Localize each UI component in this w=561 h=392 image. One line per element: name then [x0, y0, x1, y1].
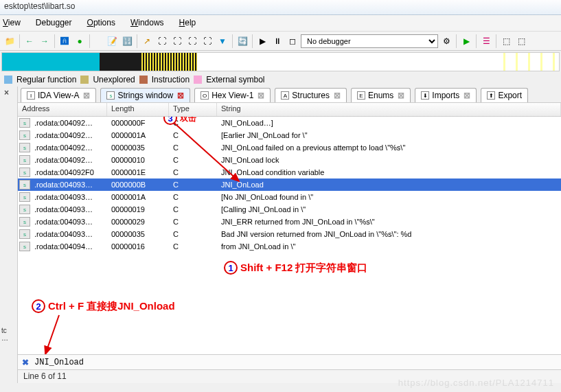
- nav2-icon[interactable]: ⛶: [170, 34, 184, 48]
- binary-icon[interactable]: 🔢: [120, 34, 134, 48]
- table-row[interactable]: s .rodata:004094… 00000016 C from JNI_On…: [18, 240, 561, 253]
- menu-windows[interactable]: Windows: [128, 16, 167, 30]
- pause-icon[interactable]: ⏸: [271, 34, 284, 48]
- table-row[interactable]: s .rodata:004093… 00000035 C Bad JNI ver…: [18, 228, 561, 240]
- navigation-band[interactable]: [1, 52, 560, 71]
- stop-icon[interactable]: ◻: [286, 34, 299, 48]
- col-length[interactable]: Length: [107, 103, 169, 116]
- menu-bar: View Debugger Options Windows Help: [0, 15, 561, 32]
- string-icon: s: [19, 242, 30, 251]
- tab-close-icon[interactable]: ⊠: [463, 91, 470, 100]
- debugger-select[interactable]: No debugger: [301, 34, 438, 48]
- tab-bar: I IDA View-A ⊠ s Strings window ⊠ O Hex …: [18, 87, 561, 103]
- tab-close-icon[interactable]: ⊠: [177, 91, 184, 100]
- tool-a-icon[interactable]: 🅰: [58, 34, 71, 48]
- string-icon: s: [19, 205, 30, 214]
- tab-close-icon[interactable]: ⊠: [83, 91, 90, 100]
- string-icon: s: [19, 180, 30, 189]
- enums-icon: E: [357, 91, 365, 100]
- string-icon: s: [19, 143, 30, 152]
- annotation-2: 2Ctrl + F 直接搜JNI_Onload: [32, 299, 175, 313]
- tab-structures[interactable]: A Structures ⊠: [275, 88, 347, 102]
- jump-icon[interactable]: ↗: [140, 34, 154, 48]
- refresh-icon[interactable]: 🔄: [236, 34, 249, 48]
- strings-list[interactable]: s .rodata:004092… 0000000F C JNI_OnLoad……: [18, 117, 561, 354]
- table-row[interactable]: s .rodata:004092… 00000010 C JNI_OnLoad …: [18, 154, 561, 166]
- tab-ida-view[interactable]: I IDA View-A ⊠: [21, 88, 96, 102]
- table-row[interactable]: s .rodata:004092F0 0000001E C JNI_OnLoad…: [18, 166, 561, 178]
- struct2-icon[interactable]: ⬚: [514, 34, 528, 48]
- text-icon[interactable]: 📝: [105, 34, 119, 48]
- tab-close-icon[interactable]: ⊠: [398, 91, 404, 100]
- menu-view[interactable]: View: [0, 16, 23, 30]
- col-type[interactable]: Type: [169, 103, 217, 116]
- table-row[interactable]: s .rodata:004093… 0000001A C [No JNI_OnL…: [18, 191, 561, 203]
- struct-tab-icon: A: [281, 91, 289, 100]
- table-row[interactable]: s .rodata:004092… 0000000F C JNI_OnLoad……: [18, 117, 561, 129]
- nav4-icon[interactable]: ⛶: [201, 34, 214, 48]
- table-row[interactable]: s .rodata:004093… 00000019 C [Calling JN…: [18, 203, 561, 216]
- run-icon[interactable]: ▶: [459, 34, 473, 48]
- record-icon[interactable]: ●: [73, 34, 87, 48]
- table-row[interactable]: s .rodata:004092… 00000035 C JNI_OnLoad …: [18, 141, 561, 154]
- nav3-icon[interactable]: ⛶: [185, 34, 199, 48]
- legend: Regular function Unexplored Instruction …: [0, 73, 561, 87]
- string-icon: s: [19, 192, 30, 202]
- list-header: Address Length Type String: [18, 103, 561, 117]
- forward-icon[interactable]: →: [38, 34, 51, 48]
- cfg-icon[interactable]: ⚙: [439, 34, 453, 48]
- left-dock: × tc…: [0, 87, 18, 383]
- play-icon[interactable]: ▶: [255, 34, 269, 48]
- window-title: esktop\test\libart.so: [4, 1, 75, 11]
- nav1-icon[interactable]: ⛶: [155, 34, 169, 48]
- imports-icon: ⬇: [421, 91, 429, 100]
- menu-debugger[interactable]: Debugger: [33, 16, 75, 30]
- table-row[interactable]: s .rodata:004092… 0000001A C [Earlier JN…: [18, 129, 561, 141]
- clear-search-icon[interactable]: ✖: [22, 358, 29, 367]
- menu-help[interactable]: Help: [176, 16, 199, 30]
- toolbar: 📁 ← → 🅰 ● 📝 🔢 ↗ ⛶ ⛶ ⛶ ⛶ ▼ 🔄 ▶ ⏸ ◻ No deb…: [0, 32, 561, 51]
- strings-icon: s: [106, 91, 115, 100]
- tab-exports[interactable]: ⬆ Export: [481, 88, 528, 102]
- menu-options[interactable]: Options: [84, 16, 118, 30]
- tab-close-icon[interactable]: ⊠: [257, 91, 264, 100]
- tab-enums[interactable]: E Enums ⊠: [351, 88, 411, 102]
- open-icon[interactable]: 📁: [3, 34, 16, 48]
- search-bar: ✖: [18, 354, 561, 369]
- ida-icon: I: [27, 91, 35, 100]
- table-row[interactable]: s .rodata:004093… 00000029 C JNI_ERR ret…: [18, 216, 561, 228]
- tab-hex[interactable]: O Hex View-1 ⊠: [194, 88, 271, 102]
- exports-icon: ⬆: [487, 91, 495, 100]
- tab-strings[interactable]: s Strings window ⊠: [100, 88, 190, 102]
- tab-imports[interactable]: ⬇ Imports ⊠: [415, 88, 477, 102]
- string-icon: s: [19, 217, 30, 227]
- svg-line-1: [45, 315, 59, 354]
- tab-close-icon[interactable]: ⊠: [334, 91, 341, 100]
- search-input[interactable]: [34, 358, 557, 367]
- table-row[interactable]: s .rodata:004093… 0000000B C JNI_OnLoad: [18, 178, 561, 191]
- swatch-external: [194, 76, 202, 84]
- close-icon[interactable]: ×: [4, 88, 9, 97]
- col-string[interactable]: String: [217, 103, 561, 116]
- window-titlebar: esktop\test\libart.so: [0, 0, 561, 15]
- watermark: https://blog.csdn.net/PLA1214711: [398, 378, 554, 388]
- string-icon: s: [19, 229, 30, 239]
- annotation-1: 1Shift + F12 打开字符串窗口: [224, 261, 367, 275]
- string-icon: s: [19, 130, 30, 140]
- string-icon: s: [19, 118, 30, 128]
- hex-icon: O: [201, 91, 209, 100]
- col-address[interactable]: Address: [18, 103, 107, 116]
- swatch-regular: [4, 76, 12, 84]
- swatch-instruction: [139, 76, 148, 84]
- struct-icon[interactable]: ⬚: [499, 34, 513, 48]
- filter-icon[interactable]: ▼: [216, 34, 229, 48]
- swatch-unexplored: [80, 76, 89, 84]
- list-icon[interactable]: ☰: [479, 34, 493, 48]
- back-icon[interactable]: ←: [23, 34, 36, 48]
- side-label: tc…: [1, 327, 8, 342]
- string-icon: s: [19, 155, 30, 165]
- string-icon: s: [19, 168, 30, 177]
